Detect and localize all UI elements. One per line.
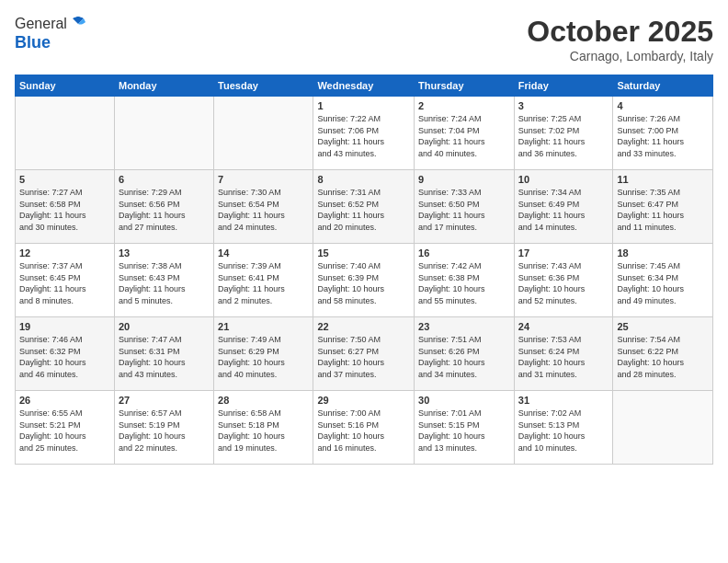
col-saturday: Saturday — [613, 75, 713, 97]
table-row: 10Sunrise: 7:34 AMSunset: 6:49 PMDayligh… — [514, 170, 613, 244]
day-info-text: Sunset: 6:34 PM — [617, 272, 709, 284]
day-info-text: Sunrise: 7:39 AM — [218, 260, 309, 272]
table-row: 18Sunrise: 7:45 AMSunset: 6:34 PMDayligh… — [613, 244, 713, 317]
day-info-text: Sunset: 7:04 PM — [418, 125, 510, 137]
day-info-text: Sunrise: 7:02 AM — [518, 408, 609, 419]
day-info-text: Sunrise: 7:24 AM — [418, 113, 510, 125]
table-row: 15Sunrise: 7:40 AMSunset: 6:39 PMDayligh… — [313, 244, 415, 317]
day-info-text: Sunset: 6:24 PM — [518, 346, 609, 358]
col-sunday: Sunday — [16, 75, 115, 97]
day-info-text: Sunset: 6:39 PM — [317, 272, 410, 284]
day-info-text: Sunrise: 7:47 AM — [119, 334, 210, 346]
col-tuesday: Tuesday — [214, 75, 313, 97]
day-info-text: and 30 minutes. — [19, 222, 110, 234]
table-row: 16Sunrise: 7:42 AMSunset: 6:38 PMDayligh… — [415, 244, 515, 317]
day-info-text: Sunset: 7:02 PM — [518, 125, 609, 137]
day-info-text: and 25 minutes. — [19, 442, 110, 454]
day-info-text: Sunrise: 7:01 AM — [418, 408, 510, 419]
day-info-text: and 27 minutes. — [119, 222, 210, 234]
day-info-text: Sunrise: 7:50 AM — [317, 334, 410, 346]
page: General Blue October 2025 Carnago, Lomba… — [0, 0, 728, 563]
day-info-text: Sunset: 6:50 PM — [418, 199, 510, 211]
day-info-text: and 5 minutes. — [119, 295, 210, 307]
day-info-text: and 10 minutes. — [518, 442, 609, 454]
day-info-text: Sunset: 5:15 PM — [418, 419, 510, 431]
day-number: 19 — [19, 321, 110, 332]
day-info-text: Sunrise: 7:29 AM — [119, 187, 210, 199]
day-info-text: and 11 minutes. — [617, 222, 709, 234]
logo: General Blue — [15, 15, 87, 52]
day-info-text: Sunrise: 7:45 AM — [617, 260, 709, 272]
day-info-text: Sunrise: 6:58 AM — [218, 408, 309, 419]
col-monday: Monday — [114, 75, 213, 97]
day-info-text: Daylight: 11 hours — [418, 210, 510, 222]
day-info-text: Sunset: 6:45 PM — [19, 272, 110, 284]
logo-blue-text: Blue — [15, 33, 87, 52]
day-info-text: and 37 minutes. — [317, 369, 410, 381]
day-number: 15 — [317, 247, 410, 259]
table-row: 14Sunrise: 7:39 AMSunset: 6:41 PMDayligh… — [214, 244, 313, 317]
day-info-text: Daylight: 10 hours — [19, 357, 110, 369]
day-info-text: Sunrise: 7:26 AM — [617, 113, 709, 125]
day-info-text: and 16 minutes. — [317, 442, 410, 454]
table-row: 6Sunrise: 7:29 AMSunset: 6:56 PMDaylight… — [114, 170, 213, 244]
day-info-text: Sunrise: 7:51 AM — [418, 334, 510, 346]
day-info-text: Sunset: 6:43 PM — [119, 272, 210, 284]
day-info-text: Daylight: 10 hours — [518, 357, 609, 369]
title-section: October 2025 Carnago, Lombardy, Italy — [527, 15, 713, 63]
day-info-text: Daylight: 11 hours — [218, 210, 309, 222]
day-number: 13 — [119, 247, 210, 259]
day-info-text: Sunset: 5:21 PM — [19, 419, 110, 431]
col-wednesday: Wednesday — [313, 75, 415, 97]
day-info-text: Daylight: 10 hours — [317, 357, 410, 369]
table-row: 7Sunrise: 7:30 AMSunset: 6:54 PMDaylight… — [214, 170, 313, 244]
day-info-text: Sunset: 6:49 PM — [518, 199, 609, 211]
calendar-week-row: 19Sunrise: 7:46 AMSunset: 6:32 PMDayligh… — [16, 317, 713, 391]
table-row: 5Sunrise: 7:27 AMSunset: 6:58 PMDaylight… — [16, 170, 115, 244]
day-info-text: Daylight: 11 hours — [119, 283, 210, 295]
day-info-text: Sunset: 6:58 PM — [19, 199, 110, 211]
table-row: 17Sunrise: 7:43 AMSunset: 6:36 PMDayligh… — [514, 244, 613, 317]
day-number: 30 — [418, 395, 510, 406]
table-row: 30Sunrise: 7:01 AMSunset: 5:15 PMDayligh… — [415, 391, 515, 465]
calendar-week-row: 1Sunrise: 7:22 AMSunset: 7:06 PMDaylight… — [16, 97, 713, 170]
table-row: 25Sunrise: 7:54 AMSunset: 6:22 PMDayligh… — [613, 317, 713, 391]
day-info-text: Sunrise: 7:49 AM — [218, 334, 309, 346]
day-info-text: Sunrise: 7:46 AM — [19, 334, 110, 346]
day-number: 7 — [218, 174, 309, 185]
day-info-text: Daylight: 10 hours — [418, 283, 510, 295]
col-friday: Friday — [514, 75, 613, 97]
day-info-text: Daylight: 11 hours — [518, 210, 609, 222]
day-info-text: Sunrise: 7:31 AM — [317, 187, 410, 199]
day-info-text: Sunrise: 7:22 AM — [317, 113, 410, 125]
logo-icon — [69, 15, 87, 33]
table-row: 2Sunrise: 7:24 AMSunset: 7:04 PMDaylight… — [415, 97, 515, 170]
day-info-text: Sunset: 6:54 PM — [218, 199, 309, 211]
day-number: 11 — [617, 174, 709, 185]
day-info-text: Sunset: 5:18 PM — [218, 419, 309, 431]
day-info-text: Sunrise: 7:33 AM — [418, 187, 510, 199]
day-info-text: and 40 minutes. — [218, 369, 309, 381]
day-number: 16 — [418, 247, 510, 259]
calendar: Sunday Monday Tuesday Wednesday Thursday… — [15, 75, 713, 465]
day-number: 26 — [19, 395, 110, 406]
day-info-text: Sunset: 6:41 PM — [218, 272, 309, 284]
table-row — [214, 97, 313, 170]
day-number: 28 — [218, 395, 309, 406]
day-info-text: Sunset: 5:19 PM — [119, 419, 210, 431]
day-number: 25 — [617, 321, 709, 332]
day-number: 4 — [617, 100, 709, 111]
day-number: 1 — [317, 100, 410, 111]
day-number: 17 — [518, 247, 609, 259]
day-info-text: Daylight: 10 hours — [418, 357, 510, 369]
day-info-text: and 55 minutes. — [418, 295, 510, 307]
day-info-text: Sunrise: 7:35 AM — [617, 187, 709, 199]
day-info-text: and 43 minutes. — [119, 369, 210, 381]
day-number: 10 — [518, 174, 609, 185]
table-row — [613, 391, 713, 465]
day-info-text: Sunrise: 7:54 AM — [617, 334, 709, 346]
day-info-text: Sunset: 7:00 PM — [617, 125, 709, 137]
day-info-text: Sunset: 6:31 PM — [119, 346, 210, 358]
day-info-text: Sunset: 6:27 PM — [317, 346, 410, 358]
table-row: 12Sunrise: 7:37 AMSunset: 6:45 PMDayligh… — [16, 244, 115, 317]
